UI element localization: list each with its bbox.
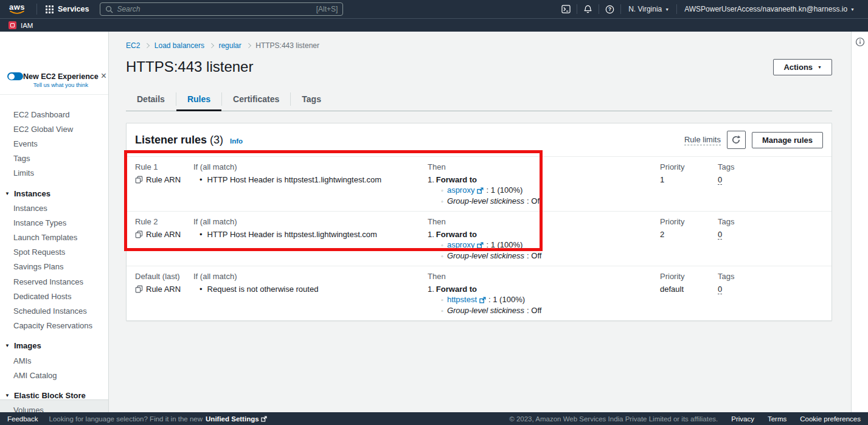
sidebar-nav: EC2 Dashboard EC2 Global View Events Tag… — [0, 95, 108, 412]
rule-condition: Request is not otherwise routed — [207, 285, 319, 294]
tags-count-link[interactable]: 0 — [718, 285, 722, 294]
sidebar-item-ec2-dashboard[interactable]: EC2 Dashboard — [0, 107, 108, 122]
services-menu-button[interactable]: Services — [42, 5, 92, 13]
target-group-link[interactable]: asproxy — [447, 240, 475, 251]
manage-rules-button[interactable]: Manage rules — [752, 132, 823, 148]
info-icon — [855, 37, 865, 47]
account-label: AWSPowerUserAccess/navaneeth.kn@harness.… — [684, 5, 847, 13]
sidebar-item-events[interactable]: Events — [0, 136, 108, 151]
actions-button[interactable]: Actions▼ — [773, 59, 832, 75]
rule-arn-label: Rule ARN — [146, 285, 181, 294]
global-search[interactable]: [Alt+S] — [100, 2, 343, 16]
tab-bar: Details Rules Certificates Tags — [126, 89, 832, 111]
action-label: Forward to — [436, 175, 477, 184]
unified-settings-link[interactable]: Unified Settings — [206, 415, 267, 423]
copy-icon[interactable] — [135, 230, 143, 238]
rule-name: Default (last) — [135, 272, 193, 282]
sidebar-item-amis[interactable]: AMIs — [0, 353, 108, 368]
search-input[interactable] — [117, 5, 312, 13]
then-column-header: Then — [428, 217, 660, 227]
breadcrumb: EC2 Load balancers regular HTTPS:443 lis… — [126, 41, 851, 50]
new-experience-toggle[interactable] — [7, 72, 23, 80]
sidebar-item-launch-templates[interactable]: Launch Templates — [0, 230, 108, 245]
bullet-icon: • — [200, 230, 203, 240]
tags-column-header: Tags — [718, 217, 832, 227]
rules-count: (3) — [210, 134, 223, 147]
target-weight: : 1 (100%) — [486, 240, 523, 251]
breadcrumb-lb-name[interactable]: regular — [218, 41, 241, 50]
sidebar-item-ec2-global-view[interactable]: EC2 Global View — [0, 122, 108, 136]
stickiness-label: Group-level stickiness — [447, 251, 524, 261]
card-title: Listener rules — [135, 134, 207, 147]
rule-condition: HTTP Host Header is httpstest1.lightwing… — [207, 175, 382, 185]
external-link-icon — [477, 187, 484, 194]
aws-logo[interactable]: aws — [9, 4, 26, 15]
account-menu[interactable]: AWSPowerUserAccess/navaneeth.kn@harness.… — [677, 5, 862, 13]
tab-rules[interactable]: Rules — [176, 89, 221, 111]
sidebar-item-dedicated-hosts[interactable]: Dedicated Hosts — [0, 289, 108, 303]
tags-count-link[interactable]: 0 — [718, 175, 722, 185]
listener-rules-card: Listener rules (3) Info Rule limits Mana… — [126, 123, 832, 321]
sidebar-item-volumes[interactable]: Volumes — [0, 403, 108, 412]
svg-text:?: ? — [608, 6, 611, 12]
tab-details[interactable]: Details — [126, 89, 176, 111]
sidebar-item-spot-requests[interactable]: Spot Requests — [0, 245, 108, 260]
grid-icon — [46, 5, 54, 13]
close-icon[interactable]: × — [99, 71, 108, 80]
sidebar-item-scheduled-instances[interactable]: Scheduled Instances — [0, 303, 108, 318]
region-selector[interactable]: N. Virginia ▼ — [621, 5, 676, 13]
bell-icon — [583, 5, 592, 14]
info-panel-button[interactable] — [855, 37, 865, 47]
sidebar-item-capacity-reservations[interactable]: Capacity Reservations — [0, 319, 108, 333]
tags-count-link[interactable]: 0 — [718, 230, 722, 240]
search-icon — [105, 5, 113, 13]
breadcrumb-load-balancers[interactable]: Load balancers — [155, 41, 204, 50]
sidebar-item-reserved-instances[interactable]: Reserved Instances — [0, 274, 108, 289]
sub-bullet-icon: ◦ — [441, 240, 443, 251]
tab-tags[interactable]: Tags — [291, 89, 332, 111]
iam-favorite-link[interactable]: IAM — [21, 22, 33, 29]
sidebar-item-ami-catalog[interactable]: AMI Catalog — [0, 368, 108, 382]
cookie-preferences-link[interactable]: Cookie preferences — [800, 415, 861, 423]
sidebar-item-instances[interactable]: Instances — [0, 201, 108, 215]
sidebar-section-ebs[interactable]: ▼Elastic Block Store — [0, 388, 108, 403]
priority-value: default — [660, 285, 718, 294]
sidebar-item-savings-plans[interactable]: Savings Plans — [0, 260, 108, 274]
target-weight: : 1 (100%) — [486, 185, 523, 196]
sidebar-section-instances[interactable]: ▼Instances — [0, 186, 108, 201]
privacy-link[interactable]: Privacy — [731, 415, 754, 423]
cloudshell-button[interactable] — [555, 5, 577, 13]
iam-service-icon — [9, 21, 16, 29]
stickiness-label: Group-level stickiness — [447, 196, 524, 207]
feedback-button[interactable]: Feedback — [7, 415, 38, 423]
sidebar-section-images[interactable]: ▼Images — [0, 339, 108, 353]
notifications-button[interactable] — [577, 5, 599, 14]
priority-value: 2 — [660, 230, 718, 240]
priority-column-header: Priority — [660, 217, 718, 227]
rule-limits-link[interactable]: Rule limits — [684, 135, 721, 145]
copy-icon[interactable] — [135, 285, 143, 293]
breadcrumb-ec2[interactable]: EC2 — [126, 41, 140, 50]
refresh-button[interactable] — [727, 131, 746, 149]
action-number: 1. — [428, 175, 434, 184]
sidebar-item-tags[interactable]: Tags — [0, 151, 108, 166]
language-text: Looking for language selection? Find it … — [49, 415, 203, 423]
sub-bullet-icon: ◦ — [441, 306, 443, 316]
priority-column-header: Priority — [660, 272, 718, 282]
stickiness-value: : Off — [527, 306, 541, 316]
target-group-link[interactable]: asproxy — [447, 185, 475, 196]
search-shortcut: [Alt+S] — [316, 5, 338, 13]
sidebar-item-instance-types[interactable]: Instance Types — [0, 215, 108, 230]
sidebar-item-limits[interactable]: Limits — [0, 166, 108, 181]
terms-link[interactable]: Terms — [768, 415, 786, 423]
triangle-down-icon: ▼ — [5, 393, 10, 398]
feedback-link[interactable]: Tell us what you think — [23, 81, 99, 88]
aws-logo-text: aws — [9, 4, 25, 10]
if-column-header: If (all match) — [193, 272, 428, 282]
copy-icon[interactable] — [135, 176, 143, 184]
external-link-icon — [261, 416, 267, 422]
help-button[interactable]: ? — [599, 5, 620, 14]
info-link[interactable]: Info — [230, 137, 243, 145]
target-group-link[interactable]: httpstest — [447, 295, 477, 305]
tab-certificates[interactable]: Certificates — [222, 89, 290, 111]
